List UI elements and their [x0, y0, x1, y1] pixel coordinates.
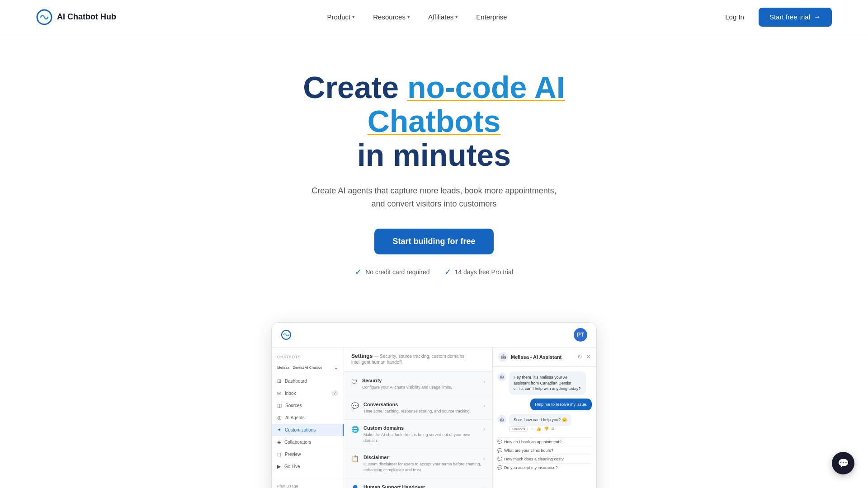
settings-row-custom-domains[interactable]: 🌐 Custom domains Make the AI chat look l… [344, 420, 492, 449]
refresh-icon[interactable]: ↻ [577, 353, 582, 360]
sidebar-item-collaborators[interactable]: ◈ Collaborators [272, 436, 344, 448]
logo-icon [36, 9, 52, 25]
plan-usage: Plan Usage Message Credits: 8 Tokens: 4,… [272, 480, 344, 488]
nav-enterprise[interactable]: Enterprise [469, 9, 514, 24]
inbox-icon: ✉ [277, 390, 281, 396]
close-icon[interactable]: ✕ [586, 353, 591, 360]
sources-icon: ◫ [277, 403, 282, 408]
badge-free-trial: ✓ 14 days free Pro trial [444, 267, 513, 277]
settings-row-handover[interactable]: 👤 Human Support Handover Configure how t… [344, 479, 492, 488]
chat-bubble-icon: 💬 [838, 458, 849, 469]
preview-logo-icon [281, 329, 292, 340]
chat-body: 🤖 Hey there, it's Melissa your AI assist… [493, 367, 596, 488]
sidebar-section-label: Chatbots [272, 353, 344, 363]
suggestion-3[interactable]: 💬 How much does a cleaning cost? [497, 455, 592, 463]
check-icon: ✓ [444, 267, 451, 277]
nav-affiliates[interactable]: Affiliates ▾ [421, 9, 465, 24]
message-icon: 💬 [497, 457, 502, 461]
disclaimer-icon: 📋 [351, 455, 359, 462]
chat-bot-name: Melissa - AI Assistant [511, 354, 561, 360]
dashboard-icon: ⊞ [277, 378, 281, 384]
navbar: AI Chatbot Hub Product ▾ Resources ▾ Aff… [0, 0, 868, 34]
bot-avatar-small: 🤖 [497, 372, 506, 381]
preview-topbar: PT [272, 323, 596, 347]
chat-suggestions: 💬 How do I book an appointment? 💬 What a… [497, 437, 592, 472]
message-icon: 💬 [497, 465, 502, 470]
plan-label: Plan Usage [277, 484, 338, 488]
dashboard-preview: PT Chatbots Melissa - Dentist AI Chatbot… [271, 322, 597, 488]
chat-sources: Sources › 👍 👎 ⧉ [509, 426, 571, 434]
chevron-right-icon: › [483, 455, 485, 462]
thumbs-down-icon[interactable]: 👎 [544, 427, 549, 432]
chat-message-bot-2: 🤖 Sure, how can I help you? 🙂 Sources › … [497, 414, 592, 434]
chat-message-bot-1: 🤖 Hey there, it's Melissa your AI assist… [497, 371, 592, 395]
sidebar-item-dashboard[interactable]: ⊞ Dashboard [272, 375, 344, 387]
shield-icon: 🛡 [351, 378, 358, 385]
hero-title: Create no-code AI Chatbots in minutes [249, 70, 619, 172]
bot-selector[interactable]: Melissa - Dentist AI Chatbot ⌄ [272, 363, 344, 373]
message-icon: 💬 [497, 448, 502, 453]
handover-icon: 👤 [351, 485, 359, 488]
floating-chat-button[interactable]: 💬 [832, 452, 854, 474]
chevron-down-icon: ▾ [455, 14, 458, 20]
customizations-icon: ✦ [277, 427, 281, 433]
thumbs-up-icon[interactable]: 👍 [536, 427, 541, 432]
chat-header: 🤖 Melissa - AI Assistant ↻ ✕ [493, 347, 596, 367]
go-live-icon: ▶ [277, 464, 281, 469]
nav-right: Log In Start free trial → [718, 8, 832, 27]
hero-badges: ✓ No credit card required ✓ 14 days free… [249, 267, 619, 277]
chevron-right-icon: › [483, 485, 485, 488]
sidebar-item-customizations[interactable]: ✦ Customizations [272, 424, 344, 436]
brand-name: AI Chatbot Hub [57, 12, 116, 22]
collaborators-icon: ◈ [277, 439, 281, 445]
copy-icon[interactable]: ⧉ [552, 427, 554, 432]
bot-avatar-small-2: 🤖 [497, 415, 506, 424]
settings-row-conversations[interactable]: 💬 Conversations Time zone, caching, resp… [344, 396, 492, 420]
badge-no-credit-card: ✓ No credit card required [355, 267, 429, 277]
start-building-button[interactable]: Start building for free [374, 229, 493, 254]
preview-chat: 🤖 Melissa - AI Assistant ↻ ✕ 🤖 Hey there… [492, 347, 596, 488]
user-avatar: PT [574, 328, 587, 342]
globe-icon: 🌐 [351, 426, 359, 433]
settings-header-row: Settings — Security, source tracking, cu… [344, 347, 492, 372]
login-button[interactable]: Log In [718, 9, 751, 24]
sidebar-item-preview[interactable]: ◻ Preview [272, 448, 344, 460]
sidebar-items: ⊞ Dashboard ✉ Inbox 7 ◫ Sources ◎ AI A [272, 375, 344, 473]
chat-message-user: Help me to resolve my issue. [497, 399, 592, 411]
chevron-right-icon: › [483, 403, 485, 409]
preview-sidebar: Chatbots Melissa - Dentist AI Chatbot ⌄ … [272, 347, 344, 488]
chat-bot-avatar: 🤖 [498, 352, 508, 362]
message-icon: 💬 [497, 440, 502, 444]
suggestion-4[interactable]: 💬 Do you accept my insurance? [497, 463, 592, 472]
check-icon: ✓ [355, 267, 362, 277]
start-trial-button[interactable]: Start free trial → [759, 8, 832, 27]
preview-main: Settings — Security, source tracking, cu… [344, 347, 492, 488]
bot-bubble-2: Sure, how can I help you? 🙂 [509, 414, 571, 426]
sources-tag[interactable]: Sources [509, 426, 528, 432]
chevron-right-icon: › [483, 426, 485, 432]
sidebar-item-inbox[interactable]: ✉ Inbox 7 [272, 387, 344, 399]
ai-agents-icon: ◎ [277, 415, 282, 421]
suggestion-1[interactable]: 💬 How do I book an appointment? [497, 437, 592, 446]
nav-links: Product ▾ Resources ▾ Affiliates ▾ Enter… [320, 9, 514, 24]
bot-bubble-1: Hey there, it's Melissa your AI assistan… [509, 371, 586, 395]
chevron-right-small: › [531, 427, 533, 431]
settings-row-disclaimer[interactable]: 📋 Disclaimer Custom disclaimer for users… [344, 449, 492, 479]
chevron-down-icon: ▾ [407, 14, 410, 20]
nav-product[interactable]: Product ▾ [320, 9, 363, 24]
chat-header-icons: ↻ ✕ [577, 353, 591, 360]
settings-panel: Settings — Security, source tracking, cu… [344, 347, 492, 488]
hero-subtitle: Create AI agents that capture more leads… [249, 184, 619, 211]
suggestion-2[interactable]: 💬 What are your clinic hours? [497, 446, 592, 455]
preview-icon: ◻ [277, 451, 281, 457]
nav-resources[interactable]: Resources ▾ [366, 9, 417, 24]
preview-body: Chatbots Melissa - Dentist AI Chatbot ⌄ … [272, 347, 596, 488]
conversations-icon: 💬 [351, 402, 359, 409]
sidebar-item-go-live[interactable]: ▶ Go Live [272, 460, 344, 473]
sidebar-item-ai-agents[interactable]: ◎ AI Agents [272, 412, 344, 424]
brand-logo[interactable]: AI Chatbot Hub [36, 9, 116, 25]
sidebar-item-sources[interactable]: ◫ Sources [272, 399, 344, 412]
chevron-right-icon: › [483, 379, 485, 385]
settings-row-security[interactable]: 🛡 Security Configure your AI chat's visi… [344, 372, 492, 396]
user-bubble: Help me to resolve my issue. [530, 399, 592, 411]
